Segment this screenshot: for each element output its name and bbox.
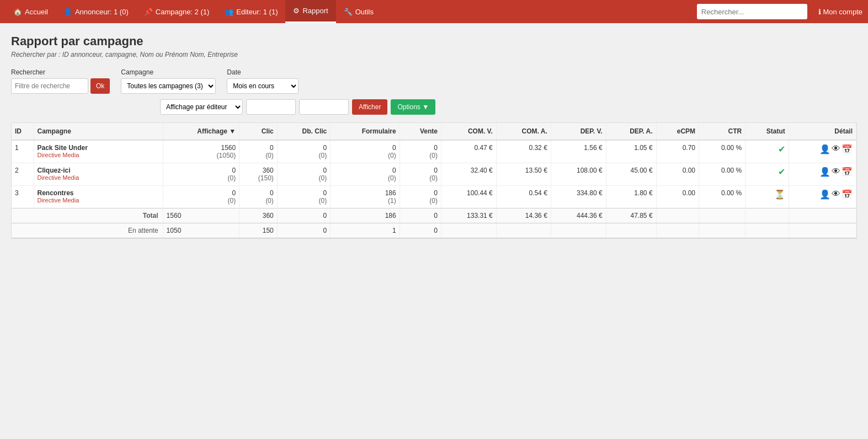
- table-row: 1 Pack Site Under Directive Media 1560 (…: [12, 140, 856, 163]
- cell-db-clic: 0 (0): [277, 163, 330, 186]
- status-check-icon: ✔: [778, 167, 785, 176]
- detail-calendar-icon[interactable]: 📅: [842, 144, 853, 154]
- cell-vente: 0 (0): [400, 186, 441, 208]
- cell-ctr: 0.00 %: [699, 186, 745, 208]
- cell-com-v: 32.40 €: [441, 163, 496, 186]
- cell-com-v: 0.47 €: [441, 140, 496, 163]
- user-icon: 👤: [63, 8, 72, 16]
- cell-status: ✔: [745, 140, 789, 163]
- col-id: ID: [12, 123, 34, 140]
- cell-formulaire: 0 (0): [331, 163, 400, 186]
- report-table: ID Campagne Affichage ▼ Clic Db. Clic Fo…: [12, 123, 856, 238]
- detail-calendar-icon[interactable]: 📅: [842, 189, 853, 200]
- cell-com-a: 0.32 €: [496, 140, 551, 163]
- info-icon: ℹ: [818, 8, 821, 16]
- detail-user-icon[interactable]: 👤: [819, 144, 830, 154]
- cell-id: 2: [12, 163, 34, 186]
- mon-compte[interactable]: ℹ Mon compte: [818, 8, 862, 16]
- campaign-group: Campagne Toutes les campagnes (3): [121, 68, 216, 94]
- home-icon: 🏠: [13, 8, 22, 16]
- date-preset-select[interactable]: Mois en cours: [227, 78, 299, 94]
- ok-button[interactable]: Ok: [90, 78, 110, 94]
- cell-id: 3: [12, 186, 34, 208]
- total-row: Total 1560 360 0 186 0 133.31 € 14.36 € …: [12, 208, 856, 223]
- col-detail: Détail: [789, 123, 856, 140]
- campaign-source: Directive Media: [38, 152, 159, 158]
- cell-status: ✔: [745, 163, 789, 186]
- campaign-select[interactable]: Toutes les campagnes (3): [121, 78, 216, 94]
- detail-view-icon[interactable]: 👁: [832, 144, 840, 154]
- cell-ctr: 0.00 %: [699, 140, 745, 163]
- cell-db-clic: 0 (0): [277, 186, 330, 208]
- date-group: Date Mois en cours: [227, 68, 299, 94]
- date-label: Date: [227, 68, 299, 76]
- cell-vente: 0 (0): [400, 163, 441, 186]
- campaign-name: Rencontres: [38, 189, 159, 197]
- col-affichage[interactable]: Affichage ▼: [163, 123, 239, 140]
- nav-editeur[interactable]: 👥 Editeur: 1 (1): [217, 0, 285, 23]
- cell-clic: 360 (150): [239, 163, 278, 186]
- nav-rapport[interactable]: ⚙ Rapport: [285, 0, 336, 23]
- page-content: Rapport par campagne Rechercher par : ID…: [0, 23, 868, 439]
- col-clic: Clic: [239, 123, 278, 140]
- campaign-name: Pack Site Under: [38, 144, 159, 152]
- cell-status: ⏳: [745, 186, 789, 208]
- search-label: Rechercher: [11, 68, 110, 76]
- detail-user-icon[interactable]: 👤: [819, 167, 830, 177]
- table-header-row: ID Campagne Affichage ▼ Clic Db. Clic Fo…: [12, 123, 856, 140]
- affichage-select[interactable]: Affichage par éditeur: [160, 99, 243, 115]
- col-statut: Statut: [745, 123, 789, 140]
- cell-dep-a: 1.05 €: [606, 140, 656, 163]
- campaign-name: Cliquez-ici: [38, 167, 159, 174]
- search-row: Ok: [11, 78, 110, 94]
- date-start-input[interactable]: 01-02-2018: [246, 99, 296, 115]
- campaign-row: Toutes les campagnes (3): [121, 78, 216, 94]
- cell-campaign: Cliquez-ici Directive Media: [34, 163, 163, 186]
- detail-user-icon[interactable]: 👤: [819, 189, 830, 200]
- col-ecpm: eCPM: [656, 123, 699, 140]
- detail-view-icon[interactable]: 👁: [832, 167, 840, 177]
- col-db-clic: Db. Clic: [277, 123, 330, 140]
- search-container: [697, 4, 807, 19]
- nav-items: 🏠 Accueil 👤 Annonceur: 1 (0) 📌 Campagne:…: [6, 0, 807, 23]
- page-subtitle: Rechercher par : ID annonceur, campagne,…: [11, 51, 857, 58]
- cell-dep-v: 108.00 €: [551, 163, 606, 186]
- search-input[interactable]: [697, 4, 807, 19]
- search-filter-input[interactable]: [11, 78, 88, 94]
- afficher-button[interactable]: Afficher: [352, 99, 387, 115]
- navbar: 🏠 Accueil 👤 Annonceur: 1 (0) 📌 Campagne:…: [0, 0, 868, 23]
- nav-accueil[interactable]: 🏠 Accueil: [6, 0, 56, 23]
- detail-calendar-icon[interactable]: 📅: [842, 167, 853, 177]
- campaign-label: Campagne: [121, 68, 216, 76]
- nav-annonceur[interactable]: 👤 Annonceur: 1 (0): [56, 0, 136, 23]
- table-body: 1 Pack Site Under Directive Media 1560 (…: [12, 140, 856, 238]
- cell-affichage: 0 (0): [163, 186, 239, 208]
- cell-vente: 0 (0): [400, 140, 441, 163]
- col-campaign: Campagne: [34, 123, 163, 140]
- cell-ecpm: 0.70: [656, 140, 699, 163]
- cell-com-v: 100.44 €: [441, 186, 496, 208]
- status-wait-icon: ⏳: [774, 190, 785, 199]
- nav-outils[interactable]: 🔧 Outils: [336, 0, 381, 23]
- cell-affichage: 0 (0): [163, 163, 239, 186]
- options-button[interactable]: Options ▼: [391, 99, 435, 115]
- gear-icon: ⚙: [293, 7, 300, 15]
- col-formulaire: Formulaire: [331, 123, 400, 140]
- search-group: Rechercher Ok: [11, 68, 110, 94]
- cell-campaign: Pack Site Under Directive Media: [34, 140, 163, 163]
- pin-icon: 📌: [144, 8, 153, 16]
- group-icon: 👥: [225, 8, 233, 16]
- cell-db-clic: 0 (0): [277, 140, 330, 163]
- detail-view-icon[interactable]: 👁: [832, 189, 840, 200]
- cell-clic: 0 (0): [239, 186, 278, 208]
- date-end-input[interactable]: 16-02-2018: [299, 99, 349, 115]
- attente-row: En attente 1050 150 0 1 0: [12, 223, 856, 238]
- filter-section: Rechercher Ok Campagne Toutes les campag…: [11, 68, 857, 94]
- cell-ecpm: 0.00: [656, 163, 699, 186]
- nav-campagne[interactable]: 📌 Campagne: 2 (1): [136, 0, 217, 23]
- cell-formulaire: 186 (1): [331, 186, 400, 208]
- cell-dep-v: 334.80 €: [551, 186, 606, 208]
- cell-ctr: 0.00 %: [699, 163, 745, 186]
- table-row: 3 Rencontres Directive Media 0 (0) 0 (0)…: [12, 186, 856, 208]
- campaign-source: Directive Media: [38, 197, 159, 204]
